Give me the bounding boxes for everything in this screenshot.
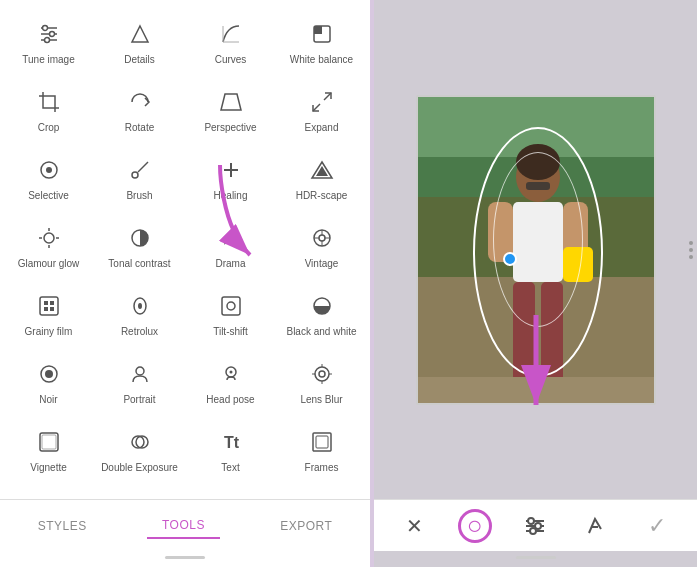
photo-image xyxy=(416,95,656,405)
tilt-label: Tilt-shift xyxy=(213,326,248,338)
svg-point-4 xyxy=(49,32,54,37)
headpose-icon xyxy=(215,358,247,390)
doubleexposure-label: Double Exposure xyxy=(101,462,178,474)
healing-icon xyxy=(215,154,247,186)
tool-blackwhite[interactable]: Black and white xyxy=(278,282,365,346)
rotate-label: Rotate xyxy=(125,122,154,134)
tool-expand[interactable]: Expand xyxy=(278,78,365,142)
svg-marker-6 xyxy=(132,26,148,42)
tool-doubleexposure[interactable]: Double Exposure xyxy=(96,418,183,482)
tool-tune[interactable]: Tune image xyxy=(5,10,92,74)
tool-brush[interactable]: Brush xyxy=(96,146,183,210)
paint-button[interactable] xyxy=(578,508,614,544)
svg-rect-75 xyxy=(418,377,656,405)
whitebalance-label: White balance xyxy=(290,54,353,66)
sliders-button[interactable] xyxy=(517,508,553,544)
bottom-toolbar: ✕ ○ ✓ xyxy=(374,499,697,551)
nav-styles[interactable]: STYLES xyxy=(23,514,102,538)
perspective-label: Perspective xyxy=(204,122,256,134)
svg-rect-34 xyxy=(44,301,48,305)
tool-crop[interactable]: Crop xyxy=(5,78,92,142)
tool-curves[interactable]: Curves xyxy=(187,10,274,74)
svg-point-44 xyxy=(45,370,53,378)
lensblur-label: Lens Blur xyxy=(300,394,342,406)
portrait-label: Portrait xyxy=(123,394,155,406)
nav-tools[interactable]: TOOLS xyxy=(147,513,220,539)
selective-label: Selective xyxy=(28,190,69,202)
tool-rotate[interactable]: Rotate xyxy=(96,78,183,142)
circle-select-button[interactable]: ○ xyxy=(458,509,492,543)
check-button[interactable]: ✓ xyxy=(639,508,675,544)
text-icon: Tt xyxy=(215,426,247,458)
vintage-icon xyxy=(306,222,338,254)
tool-drama[interactable]: Drama xyxy=(187,214,274,278)
glamour-label: Glamour glow xyxy=(18,258,80,270)
tool-frames[interactable]: Frames xyxy=(278,418,365,482)
svg-rect-33 xyxy=(40,297,58,315)
tool-selective[interactable]: Selective xyxy=(5,146,92,210)
close-button[interactable]: ✕ xyxy=(397,508,433,544)
svg-text:Tt: Tt xyxy=(224,434,240,451)
tool-hdrscape[interactable]: HDR-scape xyxy=(278,146,365,210)
tool-noir[interactable]: Noir xyxy=(5,350,92,414)
svg-line-12 xyxy=(324,93,331,100)
scroll-dot xyxy=(689,255,693,259)
bottom-bar-left xyxy=(0,551,370,567)
tune-label: Tune image xyxy=(22,54,74,66)
oval-selection-inner xyxy=(493,152,583,327)
nav-export[interactable]: EXPORT xyxy=(265,514,347,538)
expand-label: Expand xyxy=(305,122,339,134)
photo-area xyxy=(374,0,697,499)
svg-rect-54 xyxy=(40,433,58,451)
tool-tonal[interactable]: Tonal contrast xyxy=(96,214,183,278)
glamour-icon xyxy=(33,222,65,254)
tool-details[interactable]: Details xyxy=(96,10,183,74)
svg-rect-40 xyxy=(222,297,240,315)
bottom-bar-right xyxy=(374,551,697,567)
scroll-indicator xyxy=(689,241,693,259)
svg-point-41 xyxy=(227,302,235,310)
nav-indicator-right xyxy=(516,556,556,559)
noir-icon xyxy=(33,358,65,390)
svg-point-21 xyxy=(44,233,54,243)
selection-handle[interactable] xyxy=(503,252,517,266)
noir-label: Noir xyxy=(39,394,57,406)
svg-point-39 xyxy=(138,303,142,309)
photo-container xyxy=(416,95,656,405)
tilt-icon xyxy=(215,290,247,322)
healing-label: Healing xyxy=(214,190,248,202)
tool-grainyfilm[interactable]: Grainy film xyxy=(5,282,92,346)
tool-retrolux[interactable]: Retrolux xyxy=(96,282,183,346)
rotate-icon xyxy=(124,86,156,118)
tool-tilt[interactable]: Tilt-shift xyxy=(187,282,274,346)
left-panel: Tune imageDetailsCurvesWhite balanceCrop… xyxy=(0,0,370,567)
tonal-icon xyxy=(124,222,156,254)
svg-rect-37 xyxy=(50,307,54,311)
tool-whitebalance[interactable]: White balance xyxy=(278,10,365,74)
bottom-nav: STYLES TOOLS EXPORT xyxy=(0,499,370,551)
svg-point-47 xyxy=(229,371,232,374)
tune-icon xyxy=(33,18,65,50)
hdrscape-label: HDR-scape xyxy=(296,190,348,202)
svg-point-15 xyxy=(46,167,52,173)
svg-point-3 xyxy=(42,26,47,31)
svg-point-80 xyxy=(528,518,534,524)
svg-point-81 xyxy=(535,523,541,529)
tool-vintage[interactable]: Vintage xyxy=(278,214,365,278)
nav-indicator xyxy=(165,556,205,559)
brush-label: Brush xyxy=(126,190,152,202)
tool-glamour[interactable]: Glamour glow xyxy=(5,214,92,278)
svg-rect-35 xyxy=(50,301,54,305)
tool-lensblur[interactable]: Lens Blur xyxy=(278,350,365,414)
tool-healing[interactable]: Healing xyxy=(187,146,274,210)
tool-text[interactable]: TtText xyxy=(187,418,274,482)
tool-headpose[interactable]: Head pose xyxy=(187,350,274,414)
tools-grid: Tune imageDetailsCurvesWhite balanceCrop… xyxy=(0,0,370,499)
tool-portrait[interactable]: Portrait xyxy=(96,350,183,414)
tool-vignette[interactable]: Vignette xyxy=(5,418,92,482)
tool-perspective[interactable]: Perspective xyxy=(187,78,274,142)
svg-line-13 xyxy=(313,104,320,111)
frames-icon xyxy=(306,426,338,458)
curves-label: Curves xyxy=(215,54,247,66)
text-label: Text xyxy=(221,462,239,474)
